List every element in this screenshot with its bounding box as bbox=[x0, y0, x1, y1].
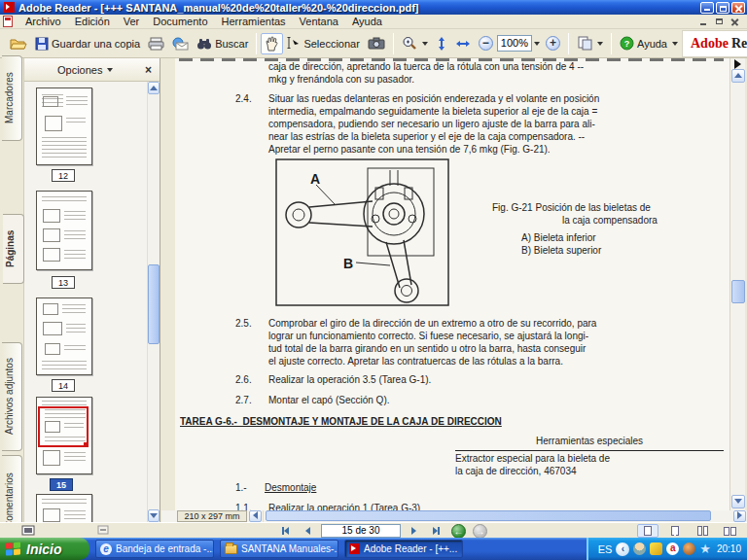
next-page-button[interactable] bbox=[405, 524, 422, 538]
options-menu-button[interactable]: Opciones bbox=[57, 64, 113, 76]
tab-archivos-adjuntos[interactable]: Archivos adjuntos bbox=[2, 342, 22, 451]
restore-button[interactable] bbox=[716, 2, 729, 14]
language-indicator[interactable]: ES bbox=[598, 543, 613, 555]
open-folder-icon bbox=[10, 36, 27, 51]
open-button[interactable] bbox=[6, 33, 31, 53]
find-label: Buscar bbox=[215, 38, 248, 50]
brand-adobe-text: Adobe bbox=[691, 36, 729, 52]
menu-herramientas[interactable]: Herramientas bbox=[215, 15, 293, 28]
status-area-icon-2[interactable] bbox=[97, 525, 110, 536]
snapshot-button[interactable] bbox=[364, 34, 389, 52]
view-indicator-resize-grip[interactable] bbox=[84, 442, 89, 447]
doc-scroll-left[interactable] bbox=[249, 510, 262, 522]
task-santana-manuales[interactable]: SANTANA Manuales-... bbox=[220, 540, 338, 558]
start-button[interactable]: Inicio bbox=[0, 538, 89, 560]
adobe-reader-brand: Adobe Reader 7.0 bbox=[682, 30, 747, 57]
view-single-page-button[interactable] bbox=[637, 524, 658, 538]
fit-height-button[interactable] bbox=[432, 33, 451, 54]
panel-scroll-down[interactable] bbox=[148, 509, 160, 522]
thumbnail-page-15[interactable] bbox=[36, 397, 92, 474]
select-tool-button[interactable]: Seleccionar bbox=[283, 33, 363, 53]
current-page-field[interactable]: 15 de 30 bbox=[321, 524, 401, 538]
help-button[interactable]: ? Ayuda bbox=[616, 33, 682, 53]
thumbnail-page-14[interactable] bbox=[36, 298, 92, 375]
menu-archivo[interactable]: Archivo bbox=[18, 15, 68, 28]
doc-close-button[interactable] bbox=[729, 17, 741, 27]
globe-icon[interactable] bbox=[683, 542, 695, 555]
menu-edicion[interactable]: Edición bbox=[68, 15, 117, 28]
antivirus-icon[interactable]: a bbox=[666, 542, 679, 555]
view-continuous-button[interactable] bbox=[664, 524, 686, 538]
zoom-tool-dropdown[interactable] bbox=[422, 42, 428, 46]
document-horizontal-scrollbar[interactable] bbox=[263, 510, 731, 522]
doc-scroll-down[interactable] bbox=[731, 495, 745, 508]
pane-toggle-arrow[interactable] bbox=[734, 59, 741, 69]
page-number-13[interactable]: 13 bbox=[52, 276, 75, 289]
zoom-level-field[interactable]: 100% bbox=[497, 35, 532, 52]
task-heading: TAREA G-6.- DESMONTAJE Y MONTAJE DE LA C… bbox=[180, 416, 502, 429]
hscroll-thumb[interactable] bbox=[266, 510, 711, 521]
tab-paginas[interactable]: Páginas bbox=[3, 214, 24, 284]
previous-page-button[interactable] bbox=[299, 524, 316, 538]
doc-restore-button[interactable] bbox=[714, 17, 726, 27]
hand-tool-button[interactable] bbox=[261, 33, 283, 54]
menu-ventana[interactable]: Ventana bbox=[293, 15, 345, 28]
document-area: caja de dirección, apretando la tuerca d… bbox=[161, 58, 729, 510]
document-vertical-scrollbar[interactable] bbox=[729, 58, 745, 510]
task-adobe-reader[interactable]: Adobe Reader - [++... bbox=[344, 540, 463, 558]
doc-scroll-up[interactable] bbox=[731, 69, 745, 83]
zoom-out-button[interactable]: − bbox=[475, 33, 497, 53]
navigation-tab-strip: Marcadores Páginas Archivos adjuntos Com… bbox=[0, 58, 24, 522]
options-dropdown-icon bbox=[107, 68, 113, 72]
next-view-button[interactable]: → bbox=[473, 524, 487, 539]
task-bandeja-entrada[interactable]: e Bandeja de entrada -... bbox=[95, 540, 214, 558]
page-number-15-selected[interactable]: 15 bbox=[50, 478, 73, 491]
previous-view-button[interactable]: ← bbox=[451, 524, 466, 539]
thumbnail-page-16[interactable] bbox=[36, 494, 92, 522]
page-layout-button[interactable] bbox=[573, 33, 607, 53]
thumbnail-page-12[interactable] bbox=[36, 88, 92, 165]
find-button[interactable]: Buscar bbox=[193, 34, 252, 53]
view-continuous-facing-button[interactable] bbox=[692, 524, 713, 538]
internet-explorer-icon: e bbox=[100, 543, 112, 555]
doc-scroll-right[interactable] bbox=[733, 510, 746, 522]
print-button[interactable] bbox=[144, 34, 168, 53]
document-page[interactable]: caja de dirección, apretando la tuerca d… bbox=[175, 58, 729, 510]
last-page-button[interactable] bbox=[426, 524, 445, 538]
panel-scrollbar[interactable] bbox=[147, 82, 160, 522]
menu-documento[interactable]: Documento bbox=[146, 15, 214, 28]
panel-scroll-up[interactable] bbox=[148, 82, 160, 94]
doc-minimize-button[interactable] bbox=[698, 17, 710, 27]
thumbnail-page-13[interactable] bbox=[36, 191, 92, 270]
page-number-12[interactable]: 12 bbox=[52, 169, 75, 182]
page-number-14[interactable]: 14 bbox=[52, 379, 75, 392]
page-layout-dropdown[interactable] bbox=[597, 42, 603, 46]
email-button[interactable] bbox=[168, 34, 193, 53]
doc-line: Comprobar el giro de la dirección de un … bbox=[268, 318, 596, 331]
status-area-icon-1[interactable] bbox=[21, 525, 36, 537]
tab-marcadores[interactable]: Marcadores bbox=[2, 55, 22, 141]
document-icon bbox=[3, 16, 13, 27]
windows-taskbar: Inicio e Bandeja de entrada -... SANTANA… bbox=[0, 538, 747, 560]
view-facing-button[interactable] bbox=[719, 524, 740, 538]
key-icon[interactable] bbox=[650, 542, 662, 555]
menu-ayuda[interactable]: Ayuda bbox=[345, 15, 389, 28]
zoom-tool-button[interactable] bbox=[398, 33, 432, 53]
zoom-in-button[interactable]: + bbox=[542, 33, 564, 53]
zoom-level-dropdown[interactable] bbox=[534, 42, 540, 46]
menu-ver[interactable]: Ver bbox=[117, 15, 147, 28]
panel-scroll-thumb[interactable] bbox=[148, 264, 160, 344]
page-view-indicator[interactable] bbox=[38, 406, 89, 447]
hide-icons-chevron[interactable]: ‹ bbox=[616, 542, 629, 556]
close-button[interactable] bbox=[731, 2, 745, 14]
help-dropdown[interactable] bbox=[672, 42, 678, 46]
doc-scroll-thumb[interactable] bbox=[731, 280, 745, 303]
doc-line: tud total de la barra girando en un sent… bbox=[268, 343, 586, 356]
star-icon[interactable]: ★ bbox=[699, 542, 711, 555]
messenger-icon[interactable] bbox=[633, 542, 646, 555]
panel-close-button[interactable]: × bbox=[143, 63, 154, 77]
minimize-button[interactable] bbox=[700, 2, 714, 14]
fit-width-button[interactable] bbox=[451, 35, 475, 52]
save-copy-button[interactable]: Guardar una copia bbox=[31, 34, 144, 53]
first-page-button[interactable] bbox=[275, 524, 295, 538]
